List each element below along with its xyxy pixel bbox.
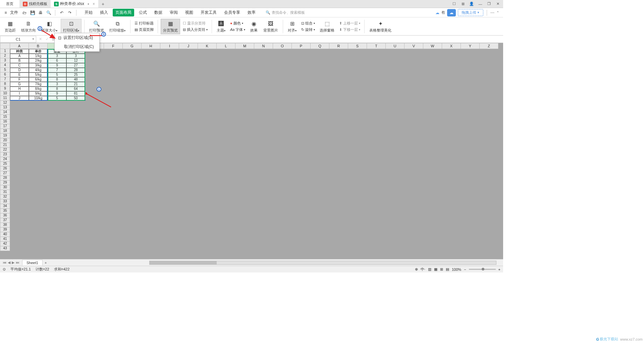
- cell[interactable]: [104, 148, 123, 152]
- cell[interactable]: [480, 152, 498, 157]
- cell[interactable]: [235, 87, 254, 91]
- cell[interactable]: [423, 134, 442, 138]
- cell[interactable]: [217, 96, 235, 101]
- cell[interactable]: [329, 176, 348, 181]
- orientation-button[interactable]: 🗎纸张方向: [19, 17, 38, 35]
- cell[interactable]: [329, 223, 348, 228]
- cell[interactable]: [85, 124, 104, 129]
- cell[interactable]: [405, 138, 423, 143]
- cell[interactable]: [480, 223, 498, 228]
- cell[interactable]: [85, 148, 104, 152]
- cell[interactable]: [48, 218, 66, 223]
- cell[interactable]: [123, 54, 142, 58]
- cell[interactable]: [461, 148, 480, 152]
- cell[interactable]: [254, 166, 273, 171]
- cell[interactable]: [405, 209, 423, 213]
- cell[interactable]: [423, 195, 442, 199]
- col-header-U[interactable]: U: [386, 43, 405, 49]
- cell[interactable]: [179, 218, 198, 223]
- cell[interactable]: [273, 63, 292, 68]
- col-header-V[interactable]: V: [405, 43, 423, 49]
- cell[interactable]: [235, 124, 254, 129]
- cell[interactable]: [29, 213, 48, 218]
- cell[interactable]: [66, 242, 85, 246]
- cell[interactable]: [142, 152, 160, 157]
- cell[interactable]: [10, 171, 29, 176]
- cell[interactable]: [160, 204, 179, 209]
- row-header-43[interactable]: 43: [0, 246, 10, 251]
- cell[interactable]: [329, 129, 348, 134]
- cell[interactable]: [142, 242, 160, 246]
- cell[interactable]: [311, 190, 329, 195]
- cell[interactable]: [104, 199, 123, 204]
- cell[interactable]: [123, 176, 142, 181]
- cell[interactable]: [423, 171, 442, 176]
- cell[interactable]: [480, 110, 498, 115]
- cell[interactable]: [442, 82, 461, 87]
- cell[interactable]: [461, 58, 480, 63]
- cell[interactable]: [254, 232, 273, 237]
- cell[interactable]: [85, 134, 104, 138]
- cell[interactable]: [48, 152, 66, 157]
- cell[interactable]: [311, 162, 329, 166]
- cell[interactable]: 81: [66, 91, 85, 96]
- cell[interactable]: [348, 72, 367, 77]
- cell[interactable]: [367, 82, 386, 87]
- cell[interactable]: [480, 63, 498, 68]
- cell[interactable]: [292, 49, 311, 54]
- cell[interactable]: [29, 232, 48, 237]
- cell[interactable]: [235, 119, 254, 124]
- cell[interactable]: [386, 72, 405, 77]
- cell[interactable]: [292, 223, 311, 228]
- cell[interactable]: [405, 58, 423, 63]
- cell[interactable]: [179, 152, 198, 157]
- cell[interactable]: [198, 162, 217, 166]
- cell[interactable]: [29, 204, 48, 209]
- row-header-15[interactable]: 15: [0, 115, 10, 119]
- bg-image-button[interactable]: 🖼背景图片: [261, 17, 280, 35]
- cell[interactable]: [442, 63, 461, 68]
- cell[interactable]: [142, 49, 160, 54]
- cell[interactable]: [254, 204, 273, 209]
- cell[interactable]: [348, 134, 367, 138]
- cell[interactable]: [198, 87, 217, 91]
- zoom-thumb[interactable]: [482, 268, 484, 270]
- cell[interactable]: [423, 166, 442, 171]
- cell[interactable]: [160, 171, 179, 176]
- cell[interactable]: [405, 218, 423, 223]
- cell[interactable]: [123, 143, 142, 148]
- cell[interactable]: [160, 115, 179, 119]
- cell[interactable]: [235, 185, 254, 190]
- cell[interactable]: [273, 157, 292, 162]
- cell[interactable]: [235, 218, 254, 223]
- cell[interactable]: [442, 129, 461, 134]
- header-footer-button[interactable]: ▤页眉页脚: [133, 27, 155, 33]
- cell[interactable]: [179, 58, 198, 63]
- cell[interactable]: [160, 143, 179, 148]
- cell[interactable]: [292, 134, 311, 138]
- cell[interactable]: [123, 162, 142, 166]
- cell[interactable]: [480, 190, 498, 195]
- cell[interactable]: [198, 58, 217, 63]
- cell[interactable]: [48, 162, 66, 166]
- cell[interactable]: [292, 148, 311, 152]
- cell[interactable]: [254, 246, 273, 251]
- cell[interactable]: [235, 134, 254, 138]
- col-header-J[interactable]: J: [179, 43, 198, 49]
- cell[interactable]: [10, 246, 29, 251]
- cell[interactable]: [29, 138, 48, 143]
- cell[interactable]: [423, 77, 442, 82]
- cell[interactable]: [48, 115, 66, 119]
- cell[interactable]: [405, 195, 423, 199]
- close-window-icon[interactable]: ✕: [495, 1, 500, 7]
- cell[interactable]: [217, 143, 235, 148]
- cell[interactable]: [386, 119, 405, 124]
- cell[interactable]: [179, 204, 198, 209]
- cell[interactable]: [217, 134, 235, 138]
- cell[interactable]: [386, 199, 405, 204]
- cell[interactable]: [29, 209, 48, 213]
- cell[interactable]: [10, 134, 29, 138]
- cell[interactable]: [160, 157, 179, 162]
- cell[interactable]: [85, 228, 104, 232]
- cell[interactable]: [179, 63, 198, 68]
